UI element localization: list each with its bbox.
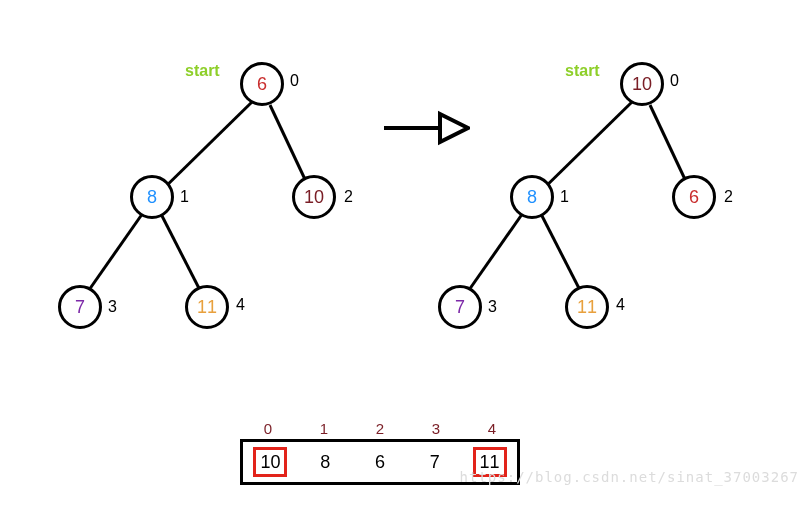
array-index: 3 [432, 420, 440, 437]
svg-line-6 [462, 210, 525, 300]
node-value: 8 [147, 187, 157, 208]
node-value: 7 [455, 297, 465, 318]
node-value: 6 [257, 74, 267, 95]
node-value: 6 [689, 187, 699, 208]
watermark-text: https://blog.csdn.net/sinat_37003267 [460, 469, 799, 485]
left-index-4: 4 [236, 296, 245, 314]
node-value: 11 [577, 297, 597, 318]
node-value: 7 [75, 297, 85, 318]
left-index-0: 0 [290, 72, 299, 90]
array-value-highlighted: 10 [253, 447, 287, 477]
right-node-3: 7 [438, 285, 482, 329]
array-value: 8 [320, 452, 330, 472]
svg-line-0 [157, 100, 254, 195]
right-node-4: 11 [565, 285, 609, 329]
left-node-3: 7 [58, 285, 102, 329]
right-index-3: 3 [488, 298, 497, 316]
node-value: 11 [197, 297, 217, 318]
right-node-2: 6 [672, 175, 716, 219]
left-index-3: 3 [108, 298, 117, 316]
array-cell: 6 [353, 452, 408, 473]
node-value: 10 [632, 74, 652, 95]
diagram-canvas: start 6 0 8 1 10 2 7 3 11 4 start 10 0 8… [0, 0, 805, 507]
left-node-0: 6 [240, 62, 284, 106]
right-index-1: 1 [560, 188, 569, 206]
array-value: 7 [430, 452, 440, 472]
left-node-2: 10 [292, 175, 336, 219]
right-index-4: 4 [616, 296, 625, 314]
array-cell: 7 [407, 452, 462, 473]
left-node-4: 11 [185, 285, 229, 329]
array-index: 4 [488, 420, 496, 437]
right-index-2: 2 [724, 188, 733, 206]
left-node-1: 8 [130, 175, 174, 219]
start-label-right: start [565, 62, 600, 80]
array-indices-row: 0 1 2 3 4 [240, 420, 520, 437]
array-cell: 10 [243, 447, 298, 477]
array-cell: 8 [298, 452, 353, 473]
left-index-1: 1 [180, 188, 189, 206]
array-index: 0 [264, 420, 272, 437]
array-value: 6 [375, 452, 385, 472]
start-label-left: start [185, 62, 220, 80]
svg-line-4 [537, 100, 634, 195]
svg-marker-9 [440, 114, 468, 142]
svg-line-2 [82, 210, 145, 300]
node-value: 10 [304, 187, 324, 208]
array-index: 2 [376, 420, 384, 437]
left-index-2: 2 [344, 188, 353, 206]
node-value: 8 [527, 187, 537, 208]
right-index-0: 0 [670, 72, 679, 90]
array-index: 1 [320, 420, 328, 437]
transform-arrow-icon [380, 108, 470, 148]
right-node-0: 10 [620, 62, 664, 106]
right-node-1: 8 [510, 175, 554, 219]
